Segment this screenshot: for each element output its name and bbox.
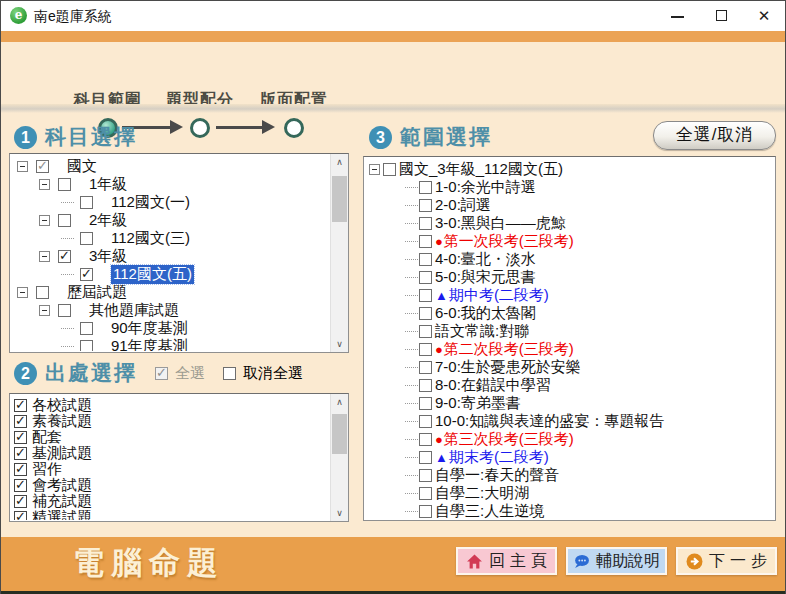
checkbox[interactable] <box>14 415 27 428</box>
checkbox[interactable] <box>58 304 71 317</box>
checkbox[interactable] <box>14 431 27 444</box>
minimize-button[interactable] <box>661 1 695 31</box>
tree-item-label[interactable]: 91年度基測 <box>111 337 188 352</box>
scroll-thumb[interactable] <box>332 414 347 454</box>
tree-item-label[interactable]: 期中考(二段考) <box>449 286 549 305</box>
tree-item-label[interactable]: 歷屆試題 <box>67 283 127 302</box>
tree-item[interactable]: 7-0:生於憂患死於安樂 <box>365 358 774 376</box>
checkbox[interactable] <box>419 307 432 320</box>
help-button[interactable]: 輔助說明 <box>566 547 667 575</box>
checkbox[interactable] <box>419 199 432 212</box>
checkbox[interactable] <box>14 479 27 492</box>
tree-item[interactable]: 91年度基測 <box>11 337 330 351</box>
tree-item-label[interactable]: 112國文(一) <box>111 193 190 212</box>
tree-item[interactable]: 2年級 <box>11 211 330 229</box>
tree-item[interactable]: 8-0:在錯誤中學習 <box>365 376 774 394</box>
checkbox[interactable] <box>80 268 93 281</box>
tree-item-label[interactable]: 10-0:知識與表達的盛宴：專題報告 <box>435 412 664 431</box>
tree-item-label[interactable]: 2-0:詞選 <box>435 196 491 215</box>
checkbox[interactable] <box>36 160 49 173</box>
checkbox[interactable] <box>419 181 432 194</box>
tree-item[interactable]: 5-0:與宋元思書 <box>365 268 774 286</box>
tree-item[interactable]: 自學三:人生逆境 <box>365 502 774 519</box>
tree-item[interactable]: 國文_3年級_112國文(五) <box>365 160 774 178</box>
tree-item-label[interactable]: 自學一:春天的聲音 <box>435 466 559 485</box>
checkbox[interactable] <box>80 232 93 245</box>
tree-item-label[interactable]: 4-0:臺北・淡水 <box>435 250 536 269</box>
tree-item[interactable]: 自學二:大明湖 <box>365 484 774 502</box>
select-all-toggle-button[interactable]: 全選/取消 <box>653 121 776 150</box>
checkbox[interactable] <box>58 178 71 191</box>
tree-item-label[interactable]: 3-0:黑與白——虎鯨 <box>435 214 566 233</box>
scrollbar[interactable]: ∧ ∨ <box>330 394 348 521</box>
tree-item[interactable]: 國文 <box>11 157 330 175</box>
checkbox[interactable] <box>419 433 432 446</box>
tree-item-label[interactable]: 112國文(三) <box>111 229 190 248</box>
checkbox[interactable] <box>14 463 27 476</box>
tree-item[interactable]: 1年級 <box>11 175 330 193</box>
checkbox[interactable] <box>14 495 27 508</box>
select-all-checkbox-group[interactable]: 全選 <box>155 364 205 383</box>
tree-expander-icon[interactable] <box>39 215 50 226</box>
tree-item[interactable]: 112國文(一) <box>11 193 330 211</box>
next-button[interactable]: 下一步 <box>676 547 777 575</box>
scroll-down-button[interactable]: ∨ <box>331 505 348 521</box>
tree-item[interactable]: 90年度基測 <box>11 319 330 337</box>
home-button[interactable]: 回主頁 <box>456 547 557 575</box>
checkbox[interactable] <box>419 271 432 284</box>
tree-item[interactable]: 1-0:余光中詩選 <box>365 178 774 196</box>
tree-expander-icon[interactable] <box>17 287 28 298</box>
checkbox[interactable] <box>419 235 432 248</box>
tree-item-label[interactable]: 112國文(五) <box>111 265 194 284</box>
tree-expander-icon[interactable] <box>39 251 50 262</box>
list-item[interactable]: 精選試題 <box>11 509 330 520</box>
tree-item-label[interactable]: 第三次段考(三段考) <box>444 430 574 449</box>
tree-item-label[interactable]: 8-0:在錯誤中學習 <box>435 376 551 395</box>
tree-item-label[interactable]: 第二次段考(三段考) <box>444 340 574 359</box>
checkbox[interactable] <box>419 379 432 392</box>
tree-item-label[interactable]: 3年級 <box>89 247 127 266</box>
stepper-step-2[interactable]: 題型配分 <box>155 90 245 138</box>
checkbox[interactable] <box>80 322 93 335</box>
checkbox[interactable] <box>419 343 432 356</box>
tree-item-label[interactable]: 5-0:與宋元思書 <box>435 268 536 287</box>
tree-item[interactable]: 112國文(三) <box>11 229 330 247</box>
scroll-up-button[interactable]: ∧ <box>331 154 348 170</box>
checkbox[interactable] <box>419 397 432 410</box>
select-all-checkbox[interactable] <box>155 367 168 380</box>
tree-item-label[interactable]: 期末考(二段考) <box>449 448 549 467</box>
tree-item[interactable]: 其他題庫試題 <box>11 301 330 319</box>
tree-item-label[interactable]: 2年級 <box>89 211 127 230</box>
checkbox[interactable] <box>419 289 432 302</box>
tree-item[interactable]: 語文常識:對聯 <box>365 322 774 340</box>
tree-item[interactable]: 歷屆試題 <box>11 283 330 301</box>
scroll-down-button[interactable]: ∨ <box>331 336 348 352</box>
tree-item[interactable]: 自學一:春天的聲音 <box>365 466 774 484</box>
tree-expander-icon[interactable] <box>369 164 380 175</box>
tree-item-label[interactable]: 其他題庫試題 <box>89 301 179 320</box>
tree-item-label[interactable]: 1年級 <box>89 175 127 194</box>
tree-item[interactable]: ▲期中考(二段考) <box>365 286 774 304</box>
tree-item[interactable]: 3年級 <box>11 247 330 265</box>
checkbox[interactable] <box>14 447 27 460</box>
tree-item[interactable]: 112國文(五) <box>11 265 330 283</box>
tree-item-label[interactable]: 7-0:生於憂患死於安樂 <box>435 358 581 377</box>
maximize-button[interactable] <box>705 1 739 31</box>
tree-item[interactable]: 3-0:黑與白——虎鯨 <box>365 214 774 232</box>
tree-item-label[interactable]: 6-0:我的太魯閣 <box>435 304 536 323</box>
tree-item[interactable]: ●第二次段考(三段考) <box>365 340 774 358</box>
deselect-all-checkbox-group[interactable]: 取消全選 <box>223 364 303 383</box>
checkbox[interactable] <box>383 163 396 176</box>
tree-item-label[interactable]: 國文_3年級_112國文(五) <box>399 160 563 179</box>
tree-item-label[interactable]: 自學二:大明湖 <box>435 484 529 503</box>
tree-item-label[interactable]: 1-0:余光中詩選 <box>435 178 536 197</box>
tree-item-label[interactable]: 語文常識:對聯 <box>435 322 529 341</box>
checkbox[interactable] <box>58 214 71 227</box>
checkbox[interactable] <box>419 253 432 266</box>
checkbox[interactable] <box>14 399 27 412</box>
checkbox[interactable] <box>80 340 93 352</box>
checkbox[interactable] <box>419 451 432 464</box>
tree-expander-icon[interactable] <box>39 305 50 316</box>
tree-item-label[interactable]: 國文 <box>67 157 97 176</box>
checkbox[interactable] <box>58 250 71 263</box>
